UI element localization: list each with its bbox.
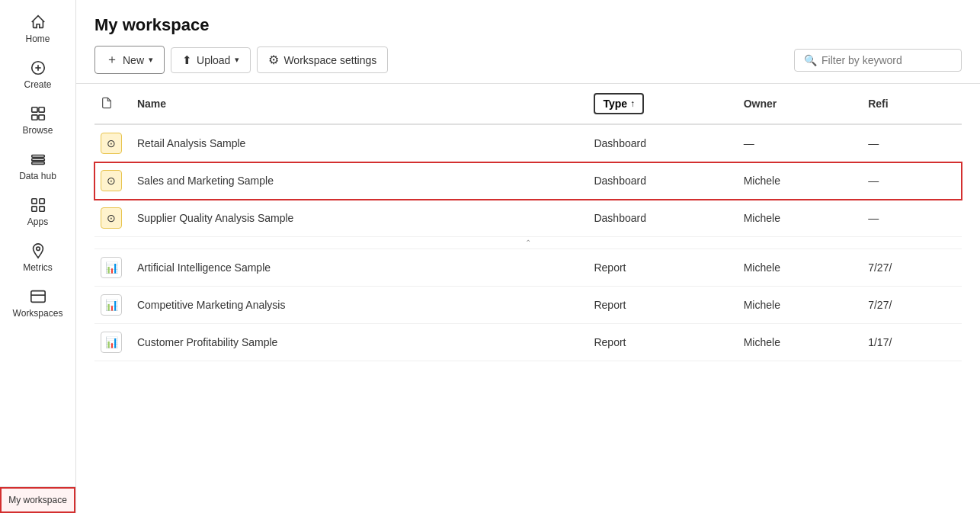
svg-rect-7: [31, 156, 44, 158]
svg-rect-6: [38, 115, 43, 120]
sidebar-item-home[interactable]: Home: [0, 6, 75, 52]
table-row[interactable]: ⊙ Sales and Marketing Sample Dashboard M…: [94, 162, 962, 200]
table-row[interactable]: ⊙ Retail Analysis Sample Dashboard — —: [94, 124, 962, 162]
sidebar-my-workspace[interactable]: My workspace: [0, 487, 75, 513]
row-icon-cell: ⊙: [94, 200, 131, 237]
my-workspace-label: My workspace: [8, 495, 67, 505]
data-hub-icon: [30, 151, 46, 168]
row-icon-cell: 📊: [94, 249, 131, 287]
sidebar-create-label: Create: [24, 79, 51, 90]
create-icon: [30, 59, 46, 76]
row-owner-cell: —: [738, 124, 863, 162]
row-icon-cell: ⊙: [94, 162, 131, 200]
row-icon-cell: 📊: [94, 324, 131, 361]
svg-rect-11: [39, 199, 43, 204]
file-icon: [101, 97, 113, 109]
table-body: ⊙ Retail Analysis Sample Dashboard — — ⊙…: [94, 124, 962, 361]
filter-input[interactable]: [821, 54, 952, 66]
dashboard-icon: ⊙: [101, 170, 122, 191]
sidebar-item-metrics[interactable]: Metrics: [0, 235, 75, 281]
plus-icon: ＋: [106, 52, 118, 68]
sidebar-workspaces-label: Workspaces: [13, 308, 63, 319]
new-label: New: [123, 54, 144, 66]
row-owner-cell: Michele: [738, 200, 863, 237]
workspaces-icon: [30, 288, 46, 305]
table-header-row: Name Type ↑ Owner Refi: [94, 84, 962, 124]
row-name-cell: Sales and Marketing Sample: [131, 162, 588, 200]
row-owner-cell: Michele: [738, 287, 863, 324]
svg-rect-5: [31, 115, 37, 120]
svg-rect-12: [31, 207, 36, 211]
dashboard-icon: ⊙: [101, 207, 122, 229]
table-row[interactable]: 📊 Artificial Intelligence Sample Report …: [94, 249, 962, 287]
row-name-cell: Customer Profitability Sample: [131, 324, 588, 361]
svg-rect-10: [31, 199, 36, 204]
svg-rect-15: [30, 291, 44, 303]
main-content: My workspace ＋ New ▾ ⬆ Upload ▾ ⚙ Worksp…: [76, 0, 980, 513]
col-header-icon: [94, 84, 131, 124]
filter-input-wrapper[interactable]: 🔍: [794, 49, 962, 72]
sidebar-item-workspaces[interactable]: Workspaces: [0, 281, 75, 326]
sidebar-item-datahub[interactable]: Data hub: [0, 143, 75, 189]
new-button[interactable]: ＋ New ▾: [94, 46, 165, 74]
row-type-cell: Dashboard: [588, 162, 737, 200]
gear-icon: ⚙: [268, 53, 279, 67]
report-icon: 📊: [101, 332, 122, 353]
divider-row: ⌃: [94, 237, 962, 249]
sidebar-browse-label: Browse: [22, 125, 53, 136]
row-refresh-cell: 7/27/: [862, 249, 962, 287]
toolbar: ＋ New ▾ ⬆ Upload ▾ ⚙ Workspace settings …: [94, 46, 962, 74]
row-type-cell: Dashboard: [588, 200, 737, 237]
svg-rect-8: [31, 159, 44, 161]
table-row[interactable]: 📊 Customer Profitability Sample Report M…: [94, 324, 962, 361]
row-refresh-cell: 7/27/: [862, 287, 962, 324]
type-sort-button[interactable]: Type ↑: [594, 93, 644, 114]
upload-button[interactable]: ⬆ Upload ▾: [171, 47, 251, 73]
row-type-cell: Report: [588, 249, 737, 287]
row-name-cell: Competitive Marketing Analysis: [131, 287, 588, 324]
svg-rect-13: [39, 207, 43, 211]
home-icon: [30, 14, 46, 30]
upload-chevron-icon: ▾: [235, 55, 239, 65]
svg-rect-3: [31, 107, 37, 112]
sidebar: Home Create Browse Data hub: [0, 0, 76, 513]
sidebar-item-apps[interactable]: Apps: [0, 189, 75, 235]
row-icon-cell: 📊: [94, 287, 131, 324]
page-title: My workspace: [94, 15, 962, 35]
sidebar-apps-label: Apps: [27, 216, 48, 227]
row-icon-cell: ⊙: [94, 124, 131, 162]
row-refresh-cell: —: [862, 162, 962, 200]
sidebar-datahub-label: Data hub: [19, 171, 56, 181]
workspace-table: Name Type ↑ Owner Refi: [94, 84, 962, 361]
sidebar-item-browse[interactable]: Browse: [0, 98, 75, 143]
row-refresh-cell: 1/17/: [862, 324, 962, 361]
svg-rect-4: [38, 107, 43, 112]
row-name-cell: Artificial Intelligence Sample: [131, 249, 588, 287]
upload-label: Upload: [197, 54, 230, 66]
metrics-icon: [30, 242, 46, 259]
col-header-type[interactable]: Type ↑: [588, 84, 737, 124]
row-type-cell: Report: [588, 287, 737, 324]
sidebar-item-create[interactable]: Create: [0, 52, 75, 98]
table-row[interactable]: ⊙ Supplier Quality Analysis Sample Dashb…: [94, 200, 962, 237]
row-owner-cell: Michele: [738, 324, 863, 361]
page-header: My workspace ＋ New ▾ ⬆ Upload ▾ ⚙ Worksp…: [76, 0, 980, 84]
sort-asc-icon: ↑: [630, 98, 635, 109]
new-chevron-icon: ▾: [149, 55, 153, 65]
row-refresh-cell: —: [862, 200, 962, 237]
row-name-cell: Retail Analysis Sample: [131, 124, 588, 162]
table-row[interactable]: 📊 Competitive Marketing Analysis Report …: [94, 287, 962, 324]
sidebar-metrics-label: Metrics: [23, 262, 53, 273]
col-header-name: Name: [131, 84, 588, 124]
svg-point-14: [36, 247, 40, 251]
col-header-owner: Owner: [738, 84, 863, 124]
row-name-cell: Supplier Quality Analysis Sample: [131, 200, 588, 237]
upload-icon: ⬆: [182, 53, 192, 67]
table-container: Name Type ↑ Owner Refi: [76, 84, 980, 513]
row-type-cell: Dashboard: [588, 124, 737, 162]
sidebar-bottom: My workspace: [0, 486, 75, 513]
row-type-cell: Report: [588, 324, 737, 361]
browse-icon: [30, 105, 46, 122]
workspace-settings-button[interactable]: ⚙ Workspace settings: [257, 46, 388, 73]
row-owner-cell: Michele: [738, 162, 863, 200]
